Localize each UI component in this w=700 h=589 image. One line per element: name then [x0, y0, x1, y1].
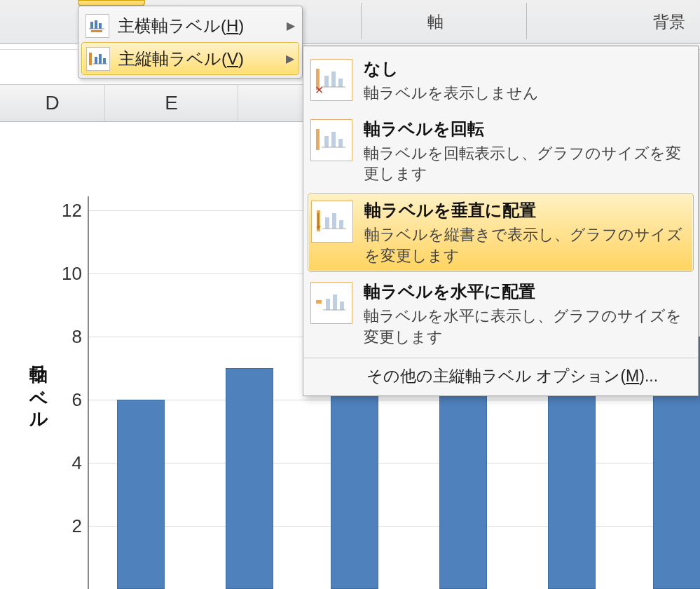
menu-item-label: 主横軸ラベル(H)	[109, 15, 284, 37]
bar[interactable]	[117, 400, 165, 589]
submenu-desc: 軸ラベルを縦書きで表示し、グラフのサイズを変更します	[364, 224, 687, 266]
submenu-item-horizontal[interactable]: 軸ラベルを水平に配置 軸ラベルを水平に表示し、グラフのサイズを変更します	[303, 273, 698, 354]
svg-text:✕: ✕	[316, 84, 324, 94]
chevron-right-icon: ▶	[286, 52, 294, 65]
svg-rect-16	[316, 129, 320, 150]
rotated-icon	[310, 119, 352, 161]
svg-rect-6	[95, 57, 97, 64]
svg-rect-8	[103, 58, 106, 64]
y-tick: 4	[50, 452, 82, 474]
svg-rect-0	[90, 22, 93, 29]
svg-rect-18	[331, 132, 336, 147]
svg-rect-11	[324, 76, 329, 87]
vertical-icon	[311, 201, 353, 243]
svg-rect-12	[331, 72, 336, 87]
menu-item-label: 主縦軸ラベル(V)	[110, 48, 283, 70]
svg-rect-19	[338, 139, 343, 147]
none-icon: ✕	[310, 59, 352, 101]
y-axis-label[interactable]: 軸ラベル	[27, 351, 51, 424]
ribbon-group-background: 背景	[653, 11, 685, 33]
menu-item-horizontal-axis-label[interactable]: 主横軸ラベル(H) ▶	[81, 9, 299, 42]
submenu-title: 軸ラベルを垂直に配置	[364, 199, 687, 222]
menu-item-vertical-axis-label[interactable]: 主縦軸ラベル(V) ▶	[81, 42, 299, 75]
column-header-d[interactable]: D	[0, 85, 105, 121]
svg-rect-7	[99, 54, 102, 64]
ribbon-active-button[interactable]	[78, 0, 145, 6]
svg-rect-29	[340, 302, 344, 310]
column-header-e[interactable]: E	[105, 85, 238, 121]
chevron-right-icon: ▶	[287, 19, 295, 32]
submenu-item-rotated[interactable]: 軸ラベルを回転 軸ラベルを回転表示し、グラフのサイズを変更します	[303, 111, 698, 191]
submenu-title: なし	[364, 57, 539, 80]
svg-rect-28	[333, 294, 337, 310]
column-header-row: D E	[0, 84, 350, 122]
bar[interactable]	[226, 368, 273, 589]
svg-rect-27	[326, 299, 330, 310]
svg-rect-13	[338, 79, 343, 87]
svg-rect-26	[316, 300, 322, 304]
y-tick: 8	[50, 326, 82, 348]
y-tick: 2	[50, 515, 82, 537]
svg-rect-4	[91, 30, 102, 32]
submenu-title: 軸ラベルを水平に配置	[364, 280, 688, 303]
submenu-item-none[interactable]: ✕ なし 軸ラベルを表示しません	[303, 50, 698, 111]
svg-rect-5	[89, 53, 92, 65]
axis-label-menu: 主横軸ラベル(H) ▶ 主縦軸ラベル(V) ▶	[78, 6, 303, 79]
y-tick: 12	[50, 200, 82, 222]
svg-rect-22	[325, 217, 329, 229]
svg-rect-2	[99, 23, 102, 29]
y-tick: 10	[50, 263, 82, 285]
submenu-title: 軸ラベルを回転	[364, 118, 688, 140]
submenu-desc: 軸ラベルを水平に表示し、グラフのサイズを変更します	[364, 306, 688, 347]
vertical-axis-icon	[86, 47, 110, 71]
submenu-desc: 軸ラベルを回転表示し、グラフのサイズを変更します	[364, 143, 688, 184]
submenu-item-vertical[interactable]: 軸ラベルを垂直に配置 軸ラベルを縦書きで表示し、グラフのサイズを変更します	[308, 193, 694, 272]
vertical-axis-label-submenu: ✕ なし 軸ラベルを表示しません 軸ラベルを回転 軸ラベルを回転表示し、グラフの…	[303, 46, 699, 396]
svg-rect-17	[324, 136, 329, 147]
submenu-desc: 軸ラベルを表示しません	[364, 83, 539, 104]
submenu-item-more-options[interactable]: その他の主縦軸ラベル オプション(M)...	[303, 358, 698, 391]
svg-rect-1	[95, 20, 97, 29]
svg-rect-24	[339, 220, 343, 229]
svg-rect-23	[332, 213, 336, 229]
y-tick: 6	[50, 389, 82, 411]
ribbon-group-axis: 軸	[427, 11, 444, 33]
horizontal-axis-icon	[85, 14, 109, 38]
horizontal-icon	[310, 282, 352, 324]
